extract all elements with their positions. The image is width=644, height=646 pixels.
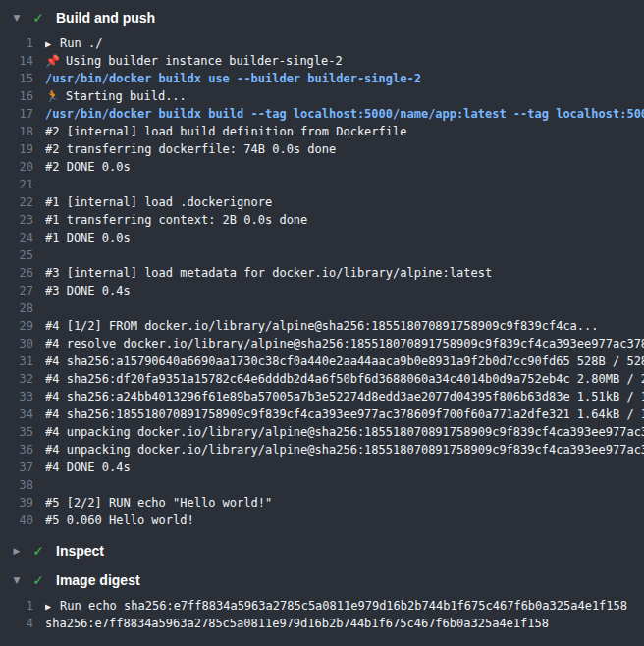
log-line-text: #4 [1/2] FROM docker.io/library/alpine@s… bbox=[45, 317, 644, 335]
line-number[interactable]: 18 bbox=[0, 123, 45, 140]
section-title: Build and push bbox=[56, 10, 155, 26]
line-number[interactable]: 27 bbox=[0, 282, 45, 299]
log-text: sha256:e7ff8834a5963a2785c5a0811e979d16b… bbox=[45, 617, 549, 630]
section-title: Inspect bbox=[56, 543, 104, 559]
line-number[interactable]: 39 bbox=[0, 494, 45, 511]
log-line: 39#5 [2/2] RUN echo "Hello world!" bbox=[0, 494, 644, 511]
log-line-text bbox=[45, 176, 644, 193]
log-line: 21 bbox=[0, 176, 644, 193]
line-number[interactable]: 34 bbox=[0, 405, 45, 423]
log-line: 24#1 DONE 0.0s bbox=[0, 229, 644, 246]
line-number[interactable]: 16 bbox=[0, 87, 45, 105]
line-number[interactable]: 26 bbox=[0, 264, 45, 282]
log-text: #4 sha256:a24bb4013296f61e89ba57005a7b3e… bbox=[45, 390, 644, 404]
log-text: Starting build... bbox=[66, 89, 187, 103]
log-line: 30#4 resolve docker.io/library/alpine@sh… bbox=[0, 335, 644, 352]
line-number[interactable]: 31 bbox=[0, 352, 45, 370]
log-line-text: #4 sha256:185518070891758909c9f839cf4ca3… bbox=[45, 405, 644, 423]
log-text: #4 sha256:185518070891758909c9f839cf4ca3… bbox=[45, 407, 644, 421]
log-line: 34#4 sha256:185518070891758909c9f839cf4c… bbox=[0, 405, 644, 423]
workflow-log-viewer[interactable]: ▼✓Build and push1▶Run ./14📌Using builder… bbox=[0, 0, 644, 646]
success-check-icon: ✓ bbox=[27, 10, 49, 26]
log-line: 17/usr/bin/docker buildx build --tag loc… bbox=[0, 105, 644, 123]
log-text: #2 [internal] load build definition from… bbox=[45, 125, 406, 138]
pushpin-icon: 📌 bbox=[45, 54, 60, 68]
line-number[interactable]: 38 bbox=[0, 476, 45, 494]
runner-icon: 🏃 bbox=[45, 89, 60, 103]
log-text: /usr/bin/docker buildx build --tag local… bbox=[45, 107, 644, 121]
log-line: 28 bbox=[0, 299, 644, 317]
line-number[interactable]: 1 bbox=[0, 597, 45, 615]
log-line-text: #5 0.060 Hello world! bbox=[45, 511, 644, 529]
log-line: 18#2 [internal] load build definition fr… bbox=[0, 123, 644, 140]
line-number[interactable]: 36 bbox=[0, 441, 45, 458]
log-section-build-and-push: ▼✓Build and push1▶Run ./14📌Using builder… bbox=[0, 3, 644, 536]
line-number[interactable]: 22 bbox=[0, 193, 45, 211]
log-line-text: #4 unpacking docker.io/library/alpine@sh… bbox=[45, 423, 644, 441]
line-number[interactable]: 4 bbox=[0, 615, 45, 632]
log-line-text: /usr/bin/docker buildx use --builder bui… bbox=[45, 70, 644, 87]
log-line-text bbox=[45, 246, 644, 264]
log-line-text: /usr/bin/docker buildx build --tag local… bbox=[45, 105, 644, 123]
log-text: #4 [1/2] FROM docker.io/library/alpine@s… bbox=[45, 319, 599, 333]
line-number[interactable]: 30 bbox=[0, 335, 45, 352]
log-text: #4 sha256:df20fa9351a15782c64e6dddb2d4a6… bbox=[45, 372, 644, 386]
log-line-text: #2 transferring dockerfile: 74B 0.0s don… bbox=[45, 140, 644, 158]
log-text: #4 resolve docker.io/library/alpine@sha2… bbox=[45, 337, 644, 350]
chevron-down-icon: ▼ bbox=[0, 13, 27, 23]
log-line-text: #2 DONE 0.0s bbox=[45, 158, 644, 176]
log-line: 14📌Using builder instance builder-single… bbox=[0, 52, 644, 70]
log-line: 1▶Run ./ bbox=[0, 34, 644, 52]
log-line: 25 bbox=[0, 246, 644, 264]
log-text: #2 transferring dockerfile: 74B 0.0s don… bbox=[45, 142, 336, 156]
line-number[interactable]: 20 bbox=[0, 158, 45, 176]
log-line: 31#4 sha256:a15790640a6690aa1730c38cf0a4… bbox=[0, 352, 644, 370]
success-check-icon: ✓ bbox=[27, 572, 49, 588]
line-number[interactable]: 14 bbox=[0, 52, 45, 70]
line-number[interactable]: 25 bbox=[0, 246, 45, 264]
line-number[interactable]: 29 bbox=[0, 317, 45, 335]
log-text: #1 DONE 0.0s bbox=[45, 231, 131, 244]
line-number[interactable]: 37 bbox=[0, 458, 45, 476]
line-number[interactable]: 32 bbox=[0, 370, 45, 388]
section-title: Image digest bbox=[56, 572, 140, 588]
log-line-text: #5 [2/2] RUN echo "Hello world!" bbox=[45, 494, 644, 511]
line-number[interactable]: 21 bbox=[0, 176, 45, 193]
expand-group-icon[interactable]: ▶ bbox=[45, 601, 51, 612]
line-number[interactable]: 28 bbox=[0, 299, 45, 317]
section-header-inspect[interactable]: ▶✓Inspect bbox=[0, 536, 644, 565]
log-line: 4sha256:e7ff8834a5963a2785c5a0811e979d16… bbox=[0, 615, 644, 632]
section-header-image-digest[interactable]: ▼✓Image digest bbox=[0, 565, 644, 595]
line-number[interactable]: 24 bbox=[0, 229, 45, 246]
line-number[interactable]: 35 bbox=[0, 423, 45, 441]
section-log-lines: 1▶Run ./14📌Using builder instance builde… bbox=[0, 32, 644, 536]
log-line-text: 🏃Starting build... bbox=[45, 87, 644, 105]
line-number[interactable]: 40 bbox=[0, 511, 45, 529]
line-number[interactable]: 15 bbox=[0, 70, 45, 87]
section-header-build-and-push[interactable]: ▼✓Build and push bbox=[0, 3, 644, 32]
log-line: 20#2 DONE 0.0s bbox=[0, 158, 644, 176]
log-line-text: sha256:e7ff8834a5963a2785c5a0811e979d16b… bbox=[45, 615, 644, 632]
log-line: 35#4 unpacking docker.io/library/alpine@… bbox=[0, 423, 644, 441]
log-line: 22#1 [internal] load .dockerignore bbox=[0, 193, 644, 211]
log-line-text: #4 unpacking docker.io/library/alpine@sh… bbox=[45, 441, 644, 458]
section-log-lines: 1▶Run echo sha256:e7ff8834a5963a2785c5a0… bbox=[0, 595, 644, 639]
log-text: #1 transferring context: 2B 0.0s done bbox=[45, 213, 307, 227]
log-text: #4 DONE 0.4s bbox=[45, 460, 131, 474]
line-number[interactable]: 19 bbox=[0, 140, 45, 158]
log-line-text: #4 sha256:df20fa9351a15782c64e6dddb2d4a6… bbox=[45, 370, 644, 388]
log-line-text: #4 sha256:a24bb4013296f61e89ba57005a7b3e… bbox=[45, 388, 644, 405]
log-line: 38 bbox=[0, 476, 644, 494]
line-number[interactable]: 1 bbox=[0, 34, 45, 52]
log-line-text: #4 sha256:a15790640a6690aa1730c38cf0a440… bbox=[45, 352, 644, 370]
expand-group-icon[interactable]: ▶ bbox=[45, 38, 51, 49]
log-text: #1 [internal] load .dockerignore bbox=[45, 195, 272, 209]
line-number[interactable]: 23 bbox=[0, 211, 45, 229]
line-number[interactable]: 17 bbox=[0, 105, 45, 123]
log-line: 32#4 sha256:df20fa9351a15782c64e6dddb2d4… bbox=[0, 370, 644, 388]
log-text: #3 DONE 0.4s bbox=[45, 284, 131, 297]
log-text: Run ./ bbox=[60, 36, 102, 50]
log-line: 15/usr/bin/docker buildx use --builder b… bbox=[0, 70, 644, 87]
line-number[interactable]: 33 bbox=[0, 388, 45, 405]
log-text: #4 unpacking docker.io/library/alpine@sh… bbox=[45, 425, 644, 439]
